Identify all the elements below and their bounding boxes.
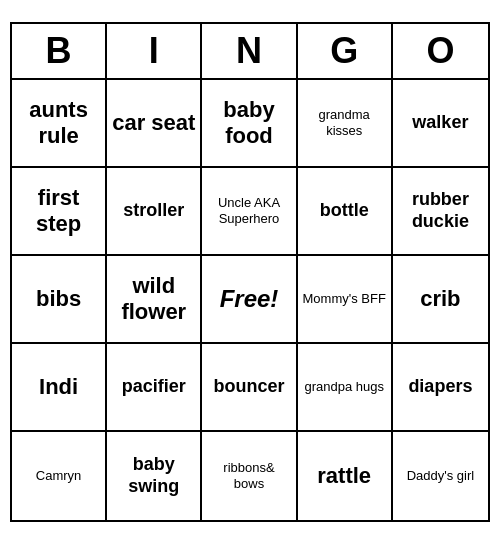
bingo-cell: car seat (107, 80, 202, 168)
bingo-cell: diapers (393, 344, 488, 432)
bingo-cell: bottle (298, 168, 393, 256)
bingo-header: BINGO (12, 24, 488, 80)
bingo-cell: bouncer (202, 344, 297, 432)
cell-text: baby swing (111, 454, 196, 497)
bingo-cell: Free! (202, 256, 297, 344)
cell-text: Camryn (36, 468, 82, 484)
bingo-cell: grandma kisses (298, 80, 393, 168)
header-letter: I (107, 24, 202, 78)
bingo-cell: rattle (298, 432, 393, 520)
cell-text: walker (412, 112, 468, 134)
cell-text: ribbons& bows (206, 460, 291, 491)
cell-text: bouncer (213, 376, 284, 398)
bingo-cell: Uncle AKA Superhero (202, 168, 297, 256)
header-letter: N (202, 24, 297, 78)
cell-text: Daddy's girl (407, 468, 475, 484)
bingo-cell: stroller (107, 168, 202, 256)
bingo-cell: baby swing (107, 432, 202, 520)
cell-text: bibs (36, 286, 81, 312)
cell-text: rattle (317, 463, 371, 489)
cell-text: car seat (112, 110, 195, 136)
cell-text: wild flower (111, 273, 196, 326)
bingo-cell: grandpa hugs (298, 344, 393, 432)
cell-text: Mommy's BFF (303, 291, 386, 307)
cell-text: grandma kisses (302, 107, 387, 138)
bingo-cell: bibs (12, 256, 107, 344)
bingo-cell: baby food (202, 80, 297, 168)
cell-text: first step (16, 185, 101, 238)
cell-text: stroller (123, 200, 184, 222)
cell-text: pacifier (122, 376, 186, 398)
cell-text: rubber duckie (397, 189, 484, 232)
bingo-cell: wild flower (107, 256, 202, 344)
bingo-cell: walker (393, 80, 488, 168)
bingo-cell: Camryn (12, 432, 107, 520)
cell-text: grandpa hugs (304, 379, 384, 395)
bingo-cell: pacifier (107, 344, 202, 432)
bingo-cell: aunts rule (12, 80, 107, 168)
cell-text: Uncle AKA Superhero (206, 195, 291, 226)
cell-text: Free! (220, 285, 279, 314)
bingo-cell: Daddy's girl (393, 432, 488, 520)
bingo-grid: aunts rulecar seatbaby foodgrandma kisse… (12, 80, 488, 520)
cell-text: diapers (408, 376, 472, 398)
bingo-cell: crib (393, 256, 488, 344)
cell-text: baby food (206, 97, 291, 150)
bingo-card: BINGO aunts rulecar seatbaby foodgrandma… (10, 22, 490, 522)
cell-text: bottle (320, 200, 369, 222)
cell-text: aunts rule (16, 97, 101, 150)
bingo-cell: first step (12, 168, 107, 256)
bingo-cell: rubber duckie (393, 168, 488, 256)
header-letter: G (298, 24, 393, 78)
bingo-cell: ribbons& bows (202, 432, 297, 520)
cell-text: crib (420, 286, 460, 312)
header-letter: O (393, 24, 488, 78)
bingo-cell: Indi (12, 344, 107, 432)
cell-text: Indi (39, 374, 78, 400)
bingo-cell: Mommy's BFF (298, 256, 393, 344)
header-letter: B (12, 24, 107, 78)
